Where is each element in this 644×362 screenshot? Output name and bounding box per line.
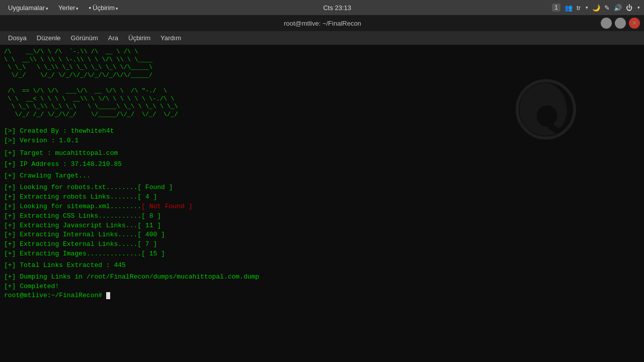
total-links-line: [+] Total Links Extracted : 445 (4, 261, 640, 270)
menu-dosya[interactable]: Dosya (3, 33, 32, 43)
window-controls: ─ □ ✕ (601, 18, 640, 29)
close-button[interactable]: ✕ (629, 18, 640, 29)
css-count-tag: [ 8 ] (141, 212, 161, 220)
uchirim-menu[interactable]: ▪Üçbirim▾ (85, 3, 122, 13)
ip-line: [+] IP Address : 37.148.210.85 (4, 160, 640, 169)
extracting-robots-line: [+] Extracting robots Links.......[ 4 ] (4, 193, 640, 202)
js-count-tag: [ 11 ] (137, 222, 161, 229)
lang-arrow-icon: ▾ (586, 5, 588, 10)
menu-duzenle[interactable]: Düzenle (32, 33, 66, 43)
apps-menu[interactable]: Uygulamalar▾ (4, 3, 52, 13)
title-bar: root@mtlive: ~/FinalRecon ─ □ ✕ (0, 15, 644, 31)
terminal-output: /\ __\/\ \ /\ `-.\\ /\ __ \ /\ \ \ \ __\… (0, 45, 644, 362)
images-line: [+] Extracting Images..............[ 15 … (4, 249, 640, 259)
menu-yardim[interactable]: Yardım (155, 33, 186, 43)
power-icon: ⏻ (626, 4, 632, 12)
cursor-blink (106, 292, 110, 299)
robots-count-tag: [ 4 ] (137, 193, 157, 201)
volume-icon: 🔊 (614, 4, 622, 12)
robots-line: [+] Looking for robots.txt........[ Foun… (4, 183, 640, 193)
moon-icon: 🌙 (592, 4, 600, 12)
robots-found-tag: [ Found ] (137, 184, 173, 191)
system-bar: Uygulamalar▾ Yerler▾ ▪Üçbirim▾ Cts 23:13… (0, 0, 644, 15)
menu-goruntum[interactable]: Görünüm (66, 33, 103, 43)
command-prompt: root@mtlive:~/FinalRecon# (4, 291, 640, 301)
power-arrow-icon: ▾ (637, 5, 640, 10)
dump-line: [+] Dumping Links in /root/FinalRecon/du… (4, 273, 640, 282)
system-bar-left: Uygulamalar▾ Yerler▾ ▪Üçbirim▾ (4, 3, 122, 13)
users-icon: 👥 (565, 4, 573, 12)
js-line: [+] Extracting Javascript Links...[ 11 ] (4, 221, 640, 231)
sitemap-notfound-tag: [ Not Found ] (141, 203, 192, 210)
menu-uchirim[interactable]: Üçbirim (123, 33, 155, 43)
window-title: root@mtlive: ~/FinalRecon (44, 20, 601, 27)
external-count-tag: [ 7 ] (137, 240, 157, 248)
crawling-line: [+] Crawling Target... (4, 171, 640, 181)
maximize-button[interactable]: □ (615, 18, 626, 29)
internal-line: [+] Extracting Internal Links.....[ 400 … (4, 230, 640, 240)
internal-count-tag: [ 400 ] (137, 231, 165, 238)
places-menu[interactable]: Yerler▾ (54, 3, 83, 13)
system-datetime: Cts 23:13 (323, 4, 351, 12)
terminal-icon: ▪ (89, 4, 91, 12)
css-line: [+] Extracting CSS Links...........[ 8 ] (4, 212, 640, 221)
sitemap-line: [+] Looking for sitemap.xml........[ Not… (4, 202, 640, 212)
completed-line: [+] Completed! (4, 282, 640, 292)
lang-label: tr (577, 4, 581, 12)
menu-ara[interactable]: Ara (103, 33, 123, 43)
edit-icon: ✎ (604, 4, 610, 12)
images-count-tag: [ 15 ] (141, 250, 165, 257)
prompt-text: root@mtlive:~/FinalRecon# (4, 292, 102, 299)
system-bar-right: 1 👥 tr ▾ 🌙 ✎ 🔊 ⏻ ▾ (552, 4, 640, 12)
debian-logo-icon (508, 75, 584, 151)
menu-bar: Dosya Düzenle Görünüm Ara Üçbirim Yardım (0, 31, 644, 45)
places-arrow-icon: ▾ (76, 6, 78, 11)
external-line: [+] Extracting External Links.....[ 7 ] (4, 240, 640, 249)
apps-arrow-icon: ▾ (46, 6, 48, 11)
workspace-badge: 1 (552, 4, 560, 12)
uchirim-arrow-icon: ▾ (116, 6, 118, 11)
minimize-button[interactable]: ─ (601, 18, 612, 29)
